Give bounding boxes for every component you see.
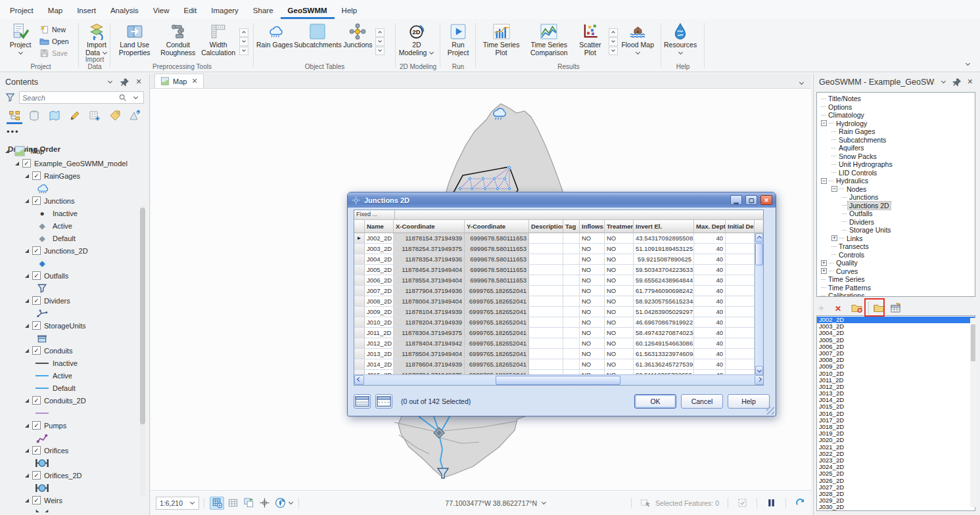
filter-icon[interactable]: [5, 93, 15, 102]
pin-icon[interactable]: [952, 78, 961, 87]
tree-item[interactable]: Time Series: [817, 275, 975, 284]
menu-item[interactable]: Share: [246, 3, 281, 19]
maximize-button[interactable]: ▢: [745, 195, 757, 205]
tools-more-icon[interactable]: [289, 500, 293, 504]
layer-checkbox[interactable]: ✓: [22, 159, 31, 168]
open-button[interactable]: Open: [37, 36, 72, 47]
minimize-button[interactable]: ▁: [730, 195, 742, 205]
close-button[interactable]: ✕: [760, 195, 772, 205]
junctions-button[interactable]: Junctions: [342, 21, 373, 62]
ribbon-collapse-icon[interactable]: [966, 61, 970, 66]
toolbar-button[interactable]: [889, 302, 902, 314]
tree-item[interactable]: Transects: [817, 242, 975, 251]
layer-checkbox[interactable]: ✓: [32, 246, 41, 255]
layer-row[interactable]: ✓ Map: [0, 145, 137, 157]
expand-icon[interactable]: [25, 499, 29, 503]
menu-item[interactable]: Analysis: [103, 3, 146, 19]
table-row[interactable]: J013_2D11878504.3719494046999765.1826520…: [354, 349, 763, 359]
layer-row[interactable]: ✓ ◆ Active: [0, 219, 137, 232]
menu-item[interactable]: Map: [41, 3, 70, 19]
layer-checkbox[interactable]: ✓: [32, 271, 41, 280]
tree-item[interactable]: Unit Hydrographs: [817, 160, 975, 169]
expand-box-icon[interactable]: −: [831, 186, 837, 192]
row-indicator[interactable]: [354, 286, 365, 296]
layer-row[interactable]: ✓ Active: [0, 369, 137, 382]
layer-row[interactable]: ✓ StorageUnits: [0, 319, 137, 332]
map-tab[interactable]: Map ✕: [154, 74, 204, 88]
table-row[interactable]: J011_2D11878304.3719493756999765.1826520…: [354, 328, 763, 338]
row-indicator[interactable]: [354, 244, 365, 254]
layer-checkbox[interactable]: ✓: [32, 346, 41, 355]
dialog-title-bar[interactable]: Junctions 2D ▁ ▢ ✕: [348, 192, 776, 208]
layer-checkbox[interactable]: ✓: [32, 496, 41, 504]
gallery-scroll[interactable]: [375, 21, 385, 62]
resources-button[interactable]: Resources: [664, 21, 697, 62]
expand-box-icon[interactable]: +: [831, 235, 837, 241]
toolbar-button[interactable]: ✕: [834, 302, 847, 314]
layer-row[interactable]: ✓: [0, 432, 137, 444]
expand-icon[interactable]: [25, 174, 29, 178]
vertical-scrollbar[interactable]: [755, 233, 763, 375]
expand-icon[interactable]: [25, 299, 29, 303]
row-indicator[interactable]: [354, 349, 365, 359]
toolbar-button[interactable]: +: [818, 302, 831, 314]
tree-item[interactable]: Climatology: [817, 111, 975, 120]
layer-row[interactable]: ✓: [0, 182, 137, 194]
table-row[interactable]: ► J002_2D11878154.371949396999678.580111…: [354, 233, 763, 244]
row-indicator[interactable]: [354, 359, 365, 369]
selection-box-icon[interactable]: [737, 498, 748, 508]
list-item[interactable]: J025_2D: [817, 470, 975, 477]
column-header[interactable]: Initial De: [726, 220, 755, 233]
expand-icon[interactable]: [25, 249, 29, 253]
expand-icon[interactable]: [25, 424, 29, 428]
project-button[interactable]: Project: [5, 21, 35, 62]
table-row[interactable]: J010_2D11878204.371949396999765.18265204…: [354, 317, 763, 328]
run-project-button[interactable]: Run Project: [443, 21, 473, 62]
layer-row[interactable]: ✓ Example_GeoSWMM_model: [0, 157, 137, 169]
tree-item[interactable]: Aquifers: [817, 144, 975, 152]
tree-item[interactable]: − Hydraulics: [817, 177, 975, 185]
pause-drawing-icon[interactable]: [766, 498, 777, 508]
flood-map-button[interactable]: Flood Map: [619, 21, 656, 62]
contents-tab[interactable]: [67, 110, 83, 124]
layer-row[interactable]: ✓ ◆: [0, 257, 137, 269]
expand-icon[interactable]: [25, 349, 29, 353]
status-tool[interactable]: [225, 497, 240, 510]
expand-icon[interactable]: [25, 474, 29, 478]
table-row[interactable]: J003_2D11878254.3719493756999678.5801116…: [354, 244, 763, 254]
layer-row[interactable]: ✓ Default: [0, 382, 137, 394]
tree-item[interactable]: + Quality: [817, 259, 975, 267]
new-button[interactable]: New: [37, 24, 72, 35]
tree-item[interactable]: + Links: [817, 235, 975, 243]
table-row[interactable]: J014_2D11878604.371949396999765.18265204…: [354, 359, 763, 370]
table-row[interactable]: J005_2D11878454.3719494046999678.5801116…: [354, 265, 763, 275]
land-use-properties-button[interactable]: Land Use Properties: [113, 21, 156, 62]
layer-checkbox[interactable]: ✓: [32, 446, 41, 455]
layer-checkbox[interactable]: ✓: [32, 296, 41, 305]
layer-checkbox[interactable]: ✓: [32, 171, 41, 180]
layer-checkbox[interactable]: ✓: [32, 396, 41, 405]
list-item[interactable]: J030_2D: [817, 504, 975, 510]
menu-item[interactable]: Imagery: [204, 3, 246, 19]
pin-icon[interactable]: [119, 78, 129, 87]
width-calculation-button[interactable]: Width Calculation: [200, 21, 237, 62]
menu-item[interactable]: Insert: [70, 3, 103, 19]
tree-item[interactable]: Subcatchments: [817, 136, 975, 145]
tree-item[interactable]: Junctions: [817, 193, 975, 202]
table-row[interactable]: J004_2D11878354.371949366999678.58011165…: [354, 254, 763, 265]
layer-checkbox[interactable]: ✓: [32, 471, 41, 480]
scatter-plot-button[interactable]: Scatter Plot: [574, 21, 606, 62]
row-indicator[interactable]: [354, 338, 365, 348]
layer-row[interactable]: ✓: [0, 307, 137, 319]
2d-modeling-button[interactable]: 2D2D Modeling: [398, 21, 435, 62]
row-indicator[interactable]: [354, 307, 365, 317]
gallery-scroll[interactable]: [239, 21, 248, 62]
refresh-icon[interactable]: [795, 498, 806, 508]
expand-box-icon[interactable]: −: [821, 178, 827, 184]
table-row[interactable]: J012_2D11878404.371949426999765.18265204…: [354, 338, 763, 349]
show-all-records-button[interactable]: [354, 394, 371, 409]
status-tool[interactable]: N: [273, 497, 287, 510]
layer-row[interactable]: ✓ ◆ Default: [0, 232, 137, 244]
column-header[interactable]: Inflows: [580, 220, 605, 233]
layer-row[interactable]: ✓ Dividers: [0, 294, 137, 307]
